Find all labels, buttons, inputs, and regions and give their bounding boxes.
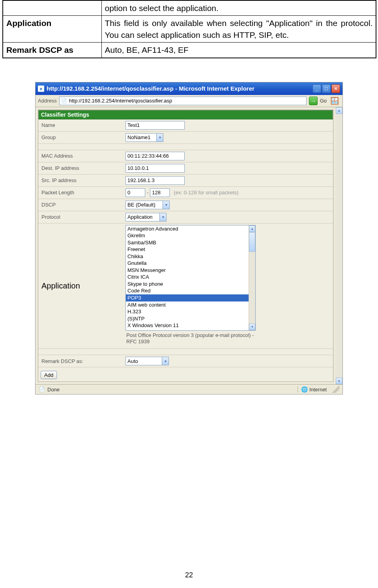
screenshot-figure: e http://192.168.2.254/internet/qosclass…: [35, 82, 343, 395]
table-cell-remark-label: Remark DSCP as: [3, 43, 101, 58]
dscp-label: DSCP: [38, 199, 123, 211]
row-pktlen: Packet Length - (ex: 0-128 for small pac…: [38, 187, 333, 199]
done-icon: 📄: [39, 386, 45, 393]
spacer-row: [38, 349, 333, 355]
scroll-track[interactable]: [249, 232, 255, 324]
page-number: 22: [0, 571, 378, 579]
section-header: Classifier Settings: [38, 110, 333, 119]
maximize-button[interactable]: □: [322, 84, 331, 93]
list-item[interactable]: AIM web content: [126, 301, 249, 309]
pktlen-from-input[interactable]: [125, 188, 145, 197]
list-item[interactable]: Citrix ICA: [126, 274, 249, 281]
row-application: Application Armagetron AdvancedGkrellmSa…: [38, 223, 333, 349]
address-input[interactable]: 📄 http://192.168.2.254/internet/qosclass…: [59, 97, 307, 105]
scroll-up-icon[interactable]: ▴: [336, 107, 342, 114]
dscp-select[interactable]: BE (Default) ▾: [125, 201, 170, 209]
group-label: Group: [38, 132, 123, 143]
pktlen-hint: (ex: 0-128 for small packets): [174, 190, 238, 195]
status-done: Done: [47, 387, 60, 393]
protocol-select[interactable]: Application ▾: [125, 213, 167, 221]
mac-label: MAC Address: [38, 150, 123, 162]
name-label: Name: [38, 119, 123, 131]
minimize-button[interactable]: _: [313, 84, 321, 93]
list-item[interactable]: Freenet: [126, 246, 249, 253]
dscp-value: BE (Default): [127, 202, 155, 208]
list-item[interactable]: POP3: [126, 294, 249, 301]
application-listbox[interactable]: Armagetron AdvancedGkrellmSamba/SMBFreen…: [125, 225, 256, 331]
status-bar: 📄 Done 🌐 Internet: [36, 384, 342, 394]
list-item[interactable]: Skype to phone: [126, 281, 249, 288]
globe-icon: 🌐: [301, 386, 308, 393]
mac-input[interactable]: [125, 152, 185, 160]
spacer-row: [38, 144, 333, 150]
window-titlebar: e http://192.168.2.254/internet/qosclass…: [36, 82, 342, 95]
window-title: http://192.168.2.254/internet/qosclassif…: [47, 85, 313, 92]
pktlen-to-input[interactable]: [150, 188, 170, 197]
address-label: Address: [38, 98, 57, 104]
row-destip: Dest. IP address: [38, 162, 333, 175]
add-button[interactable]: Add: [41, 371, 57, 379]
group-value: NoName1: [127, 134, 151, 140]
name-input[interactable]: [125, 121, 185, 130]
table-cell-application-desc: This field is only available when select…: [101, 16, 376, 43]
pktlen-dash: -: [147, 190, 148, 195]
scroll-down-icon[interactable]: ▾: [336, 378, 342, 384]
list-item[interactable]: Gnutella: [126, 260, 249, 267]
list-item[interactable]: H.323: [126, 308, 249, 315]
srcip-input[interactable]: [125, 176, 185, 185]
zone-label: Internet: [309, 387, 327, 393]
protocol-label: Protocol: [38, 211, 123, 223]
scroll-track[interactable]: [336, 114, 342, 378]
list-item[interactable]: Chikka: [126, 253, 249, 260]
table-cell-empty: [3, 0, 101, 16]
application-description: Post Office Protocol version 3 (popular …: [125, 331, 260, 347]
page-content: Classifier Settings Name Group NoName1 ▾: [38, 110, 333, 382]
windows-flag-icon: 🪟: [329, 97, 340, 105]
row-srcip: Src. IP address: [38, 175, 333, 187]
ie-app-icon: e: [38, 86, 44, 92]
group-select[interactable]: NoName1 ▾: [125, 133, 163, 142]
application-list-items[interactable]: Armagetron AdvancedGkrellmSamba/SMBFreen…: [126, 225, 249, 330]
security-zone: 🌐 Internet: [298, 386, 327, 393]
destip-input[interactable]: [125, 164, 185, 173]
list-item[interactable]: X Windows Version 11: [126, 322, 249, 329]
list-item[interactable]: Samba/SMB: [126, 239, 249, 246]
scroll-thumb[interactable]: [249, 232, 255, 252]
srcip-label: Src. IP address: [38, 175, 123, 186]
ie-window: e http://192.168.2.254/internet/qosclass…: [35, 82, 343, 395]
remark-value: Auto: [127, 358, 138, 364]
list-item[interactable]: (S)NTP: [126, 315, 249, 322]
row-add-button: Add: [38, 367, 333, 381]
row-dscp: DSCP BE (Default) ▾: [38, 199, 333, 211]
address-url: http://192.168.2.254/internet/qosclassif…: [69, 98, 172, 104]
table-cell-remark-desc: Auto, BE, AF11-43, EF: [101, 43, 376, 58]
table-cell-option-desc: option to select the application.: [101, 0, 376, 16]
row-mac: MAC Address: [38, 150, 333, 162]
destip-label: Dest. IP address: [38, 162, 123, 174]
address-bar: Address 📄 http://192.168.2.254/internet/…: [36, 95, 342, 107]
pktlen-label: Packet Length: [38, 187, 123, 199]
row-remark: Remark DSCP as: Auto ▾: [38, 355, 333, 367]
list-item[interactable]: MSN Messenger: [126, 267, 249, 274]
go-button[interactable]: →: [309, 97, 318, 105]
row-group: Group NoName1 ▾: [38, 132, 333, 144]
listbox-scrollbar[interactable]: ▴ ▾: [249, 225, 255, 330]
scroll-down-icon[interactable]: ▾: [249, 324, 255, 330]
resize-grip-icon[interactable]: [332, 386, 339, 393]
scroll-up-icon[interactable]: ▴: [249, 225, 255, 232]
list-item[interactable]: Armagetron Advanced: [126, 225, 249, 233]
chevron-down-icon: ▾: [163, 201, 169, 209]
table-cell-application-label: Application: [3, 16, 101, 43]
list-item[interactable]: Code Red: [126, 287, 249, 294]
go-label: Go: [320, 98, 327, 104]
protocol-value: Application: [127, 214, 153, 220]
remark-select[interactable]: Auto ▾: [125, 357, 169, 365]
row-protocol: Protocol Application ▾: [38, 211, 333, 223]
doc-definition-table: option to select the application. Applic…: [2, 0, 376, 58]
page-icon: 📄: [61, 98, 67, 104]
remark-label: Remark DSCP as:: [38, 355, 123, 367]
close-button[interactable]: ×: [331, 84, 340, 93]
chevron-down-icon: ▾: [159, 213, 166, 221]
page-scrollbar[interactable]: ▴ ▾: [336, 107, 342, 385]
list-item[interactable]: Gkrellm: [126, 232, 249, 239]
